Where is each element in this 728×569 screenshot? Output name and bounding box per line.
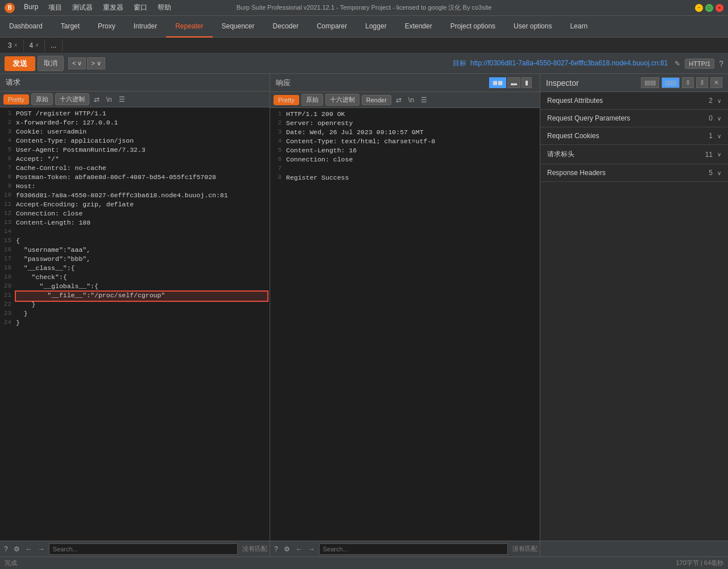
- nav-tab-intruder[interactable]: Intruder: [125, 16, 166, 38]
- response-wrap-icon[interactable]: ⇄: [394, 95, 404, 105]
- close-button[interactable]: ×: [715, 4, 723, 12]
- nav-tab-extender[interactable]: Extender: [396, 16, 441, 38]
- titlebar: B Burp项目测试器重发器窗口帮助 Burp Suite Profession…: [0, 0, 728, 16]
- request-code-area[interactable]: 1POST /register HTTP/1.12x-forwarded-for…: [0, 107, 270, 541]
- response-search-input[interactable]: [319, 543, 508, 555]
- inspector-section-label: 请求标头: [547, 149, 705, 159]
- request-hex-btn[interactable]: 十六进制: [55, 93, 89, 105]
- window-controls[interactable]: − □ ×: [695, 4, 723, 12]
- request-newline-icon[interactable]: \n: [104, 94, 114, 105]
- line-content: }: [16, 319, 267, 328]
- edit-icon[interactable]: ✎: [675, 60, 680, 68]
- response-code-area[interactable]: 1HTTP/1.1 200 OK2Server: openresty3Date:…: [270, 108, 540, 541]
- menu-item-项目[interactable]: 项目: [44, 2, 67, 14]
- response-search-settings-btn[interactable]: ⚙: [282, 545, 292, 553]
- response-hex-btn[interactable]: 十六进制: [325, 94, 359, 106]
- line-number: 11: [2, 201, 16, 210]
- menu-item-测试器[interactable]: 测试器: [68, 2, 97, 14]
- inspector-row-请求标头[interactable]: 请求标头11∨: [540, 145, 728, 164]
- next-button[interactable]: > ∨: [87, 57, 105, 69]
- nav-tab-target[interactable]: Target: [52, 16, 89, 38]
- inspector-close-btn[interactable]: ✕: [710, 77, 722, 88]
- response-render-btn[interactable]: Render: [362, 95, 391, 105]
- chevron-down-icon: ∨: [717, 170, 721, 176]
- request-header: 请求: [0, 74, 270, 92]
- view-single-btn[interactable]: ▮: [522, 77, 532, 88]
- inspector-grid-btn[interactable]: ▤▤: [641, 77, 659, 88]
- prev-button[interactable]: < ∨: [68, 57, 86, 69]
- help-icon[interactable]: ?: [719, 59, 723, 68]
- tab-close-icon[interactable]: ×: [14, 42, 18, 48]
- inspector-sort-desc-btn[interactable]: ⇕: [696, 77, 708, 88]
- nav-tab-learn[interactable]: Learn: [561, 16, 597, 38]
- response-search-help-btn[interactable]: ?: [272, 545, 280, 553]
- request-search-prev-btn[interactable]: ←: [24, 545, 34, 553]
- inspector-row-request-attributes[interactable]: Request Attributes2∨: [540, 92, 728, 109]
- request-search-settings-btn[interactable]: ⚙: [12, 545, 22, 553]
- request-search-next-btn[interactable]: →: [36, 545, 47, 553]
- response-title: 响应: [276, 78, 291, 88]
- nav-tab-user-options[interactable]: User options: [504, 16, 561, 38]
- inspector-section-label: Response Headers: [547, 169, 709, 177]
- nav-tab-sequencer[interactable]: Sequencer: [213, 16, 264, 38]
- response-toolbar: Pretty 原始 十六进制 Render ⇄ \n ☰: [270, 92, 540, 108]
- inspector-row-request-cookies[interactable]: Request Cookies1∨: [540, 127, 728, 144]
- nav-tab-logger[interactable]: Logger: [356, 16, 395, 38]
- inspector-row-request-query-parameters[interactable]: Request Query Parameters0∨: [540, 110, 728, 127]
- line-number: 8: [272, 174, 286, 183]
- nav-tab-decoder[interactable]: Decoder: [264, 16, 308, 38]
- response-raw-btn[interactable]: 原始: [301, 94, 323, 106]
- inspector-section-count: 2: [709, 97, 713, 105]
- nav-tab-proxy[interactable]: Proxy: [89, 16, 125, 38]
- sub-tab-4[interactable]: 4×: [24, 39, 46, 52]
- inspector-section-label: Request Cookies: [547, 132, 709, 140]
- nav-tab-dashboard[interactable]: Dashboard: [0, 16, 52, 38]
- table-row: 4Content-Type: application/json: [0, 137, 270, 146]
- response-menu-icon[interactable]: ☰: [419, 95, 429, 105]
- request-search-input[interactable]: [49, 543, 238, 555]
- line-content: [16, 228, 267, 237]
- request-wrap-icon[interactable]: ⇄: [92, 94, 102, 105]
- nav-tab-project-options[interactable]: Project options: [441, 16, 504, 38]
- menu-item-重发器[interactable]: 重发器: [98, 2, 128, 14]
- view-horiz-btn[interactable]: ▬: [507, 77, 520, 88]
- view-split-btn[interactable]: ◼◼: [489, 77, 506, 88]
- table-row: 18 "__class__":{: [0, 264, 270, 273]
- inspector-list-btn[interactable]: ▤▤: [661, 77, 680, 88]
- request-search-help-btn[interactable]: ?: [2, 545, 10, 553]
- menu-item-帮助[interactable]: 帮助: [153, 2, 176, 14]
- sub-tab-...[interactable]: ...: [45, 39, 63, 52]
- request-no-match: 没有匹配: [242, 545, 267, 553]
- request-pretty-btn[interactable]: Pretty: [3, 94, 29, 105]
- nav-tab-repeater[interactable]: Repeater: [166, 16, 212, 38]
- table-row: 10f0306d81-7a8a-4550-8027-6efffc3ba618.n…: [0, 192, 270, 201]
- target-label: 目标: [453, 59, 466, 67]
- line-content: }: [16, 301, 267, 310]
- request-raw-btn[interactable]: 原始: [31, 93, 53, 105]
- menu-item-窗口[interactable]: 窗口: [129, 2, 152, 14]
- response-newline-icon[interactable]: \n: [406, 95, 416, 105]
- response-pretty-btn[interactable]: Pretty: [274, 95, 299, 105]
- cancel-button[interactable]: 取消: [38, 56, 64, 71]
- table-row: 20 "__globals__":{: [0, 283, 270, 292]
- table-row: 7: [270, 165, 540, 174]
- inspector-row-response-headers[interactable]: Response Headers5∨: [540, 164, 728, 181]
- request-menu-icon[interactable]: ☰: [117, 94, 127, 105]
- sub-tab-3[interactable]: 3×: [2, 39, 24, 52]
- maximize-button[interactable]: □: [705, 4, 713, 12]
- table-row: 1POST /register HTTP/1.1: [0, 110, 270, 119]
- status-right: 170字节 | 64毫秒: [676, 559, 723, 567]
- send-button[interactable]: 发送: [5, 56, 35, 71]
- response-search-next-btn[interactable]: →: [307, 545, 317, 553]
- response-search-prev-btn[interactable]: ←: [294, 545, 304, 553]
- table-row: 1HTTP/1.1 200 OK: [270, 110, 540, 119]
- line-content: Accept-Encoding: gzip, deflate: [16, 201, 267, 210]
- nav-tab-comparer[interactable]: Comparer: [308, 16, 356, 38]
- table-row: 23 }: [0, 310, 270, 319]
- line-content: Content-Type: application/json: [16, 137, 267, 146]
- inspector-sort-asc-btn[interactable]: ⇕: [682, 77, 694, 88]
- menu-item-Burp[interactable]: Burp: [19, 2, 43, 14]
- minimize-button[interactable]: −: [695, 4, 703, 12]
- tab-close-icon[interactable]: ×: [35, 42, 39, 48]
- line-content: "__file__":"/proc/self/cgroup": [16, 292, 267, 301]
